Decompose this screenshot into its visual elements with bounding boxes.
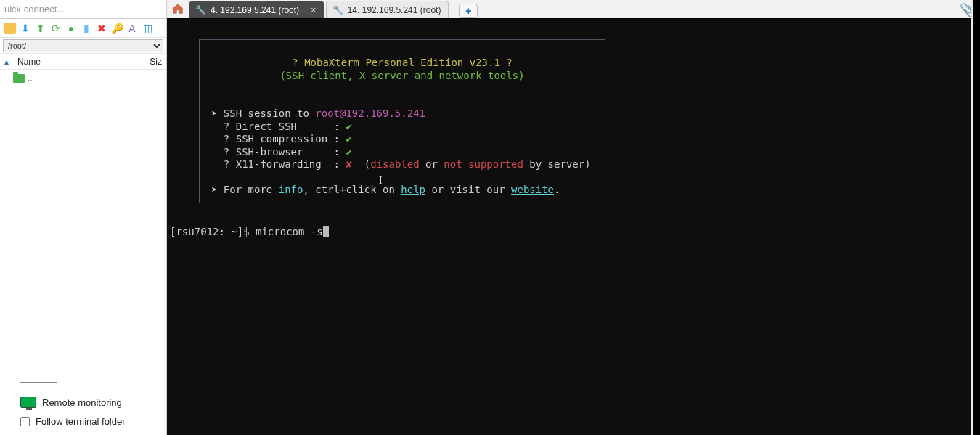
x11-disabled: disabled [370,158,419,170]
parent-dir-label: .. [28,73,33,84]
remote-monitoring-row[interactable]: Remote monitoring [7,393,159,412]
home-tab[interactable] [167,0,189,18]
session-prefix: SSH session to [224,107,315,119]
follow-terminal-label: Follow terminal folder [36,416,126,427]
tab-active[interactable]: 🔧 4. 192.169.5.241 (root) × [189,1,324,18]
sftp-toolbar: ⬇ ⬆ ⟳ ● ▮ ✖ 🔑 A ▥ [0,19,166,38]
folder-icon[interactable] [4,23,16,34]
delete-icon[interactable]: ✖ [96,23,107,34]
terminal[interactable]: ? MobaXterm Personal Edition v23.1 ? (SS… [167,19,980,435]
follow-terminal-row[interactable]: Follow terminal folder [7,412,159,431]
upload-icon[interactable]: ⬆ [35,23,46,34]
divider [20,382,57,383]
file-list-header: ▴ Name Siz [0,54,166,70]
sidebar-footer: Remote monitoring Follow terminal folder [0,376,166,435]
text-icon[interactable]: A [126,23,138,34]
x11-notsup: not supported [444,158,523,170]
ssh-browser-row: ? SSH-browser : [224,146,346,158]
ssh-compression-row: ? SSH compression : [224,133,346,145]
download-icon[interactable]: ⬇ [20,23,31,34]
sort-arrow-icon[interactable]: ▴ [4,57,17,67]
home-icon [171,2,184,15]
right-edge [971,0,980,435]
help-link[interactable]: help [401,184,425,195]
session-target: root@192.169.5.241 [315,107,425,119]
folder-up-icon [13,74,25,83]
checkbox-icon[interactable] [20,417,30,426]
parent-dir-row[interactable]: .. [4,71,162,86]
prompt-command: microcom -s [256,226,323,237]
monitor-icon [20,397,36,408]
sftp-sidebar: uick connect... ⬇ ⬆ ⟳ ● ▮ ✖ 🔑 A ▥ /root/… [0,0,167,435]
key-icon[interactable]: 🔑 [111,23,123,34]
main-area: 🔧 4. 192.169.5.241 (root) × 🔧 14. 192.16… [167,0,980,435]
banner-subtitle: (SSH client, X server and network tools) [279,70,524,81]
new-folder-icon[interactable]: ● [65,23,77,34]
tab-inactive[interactable]: 🔧 14. 192.169.5.241 (root) [326,1,449,18]
terminal-icon: 🔧 [332,5,343,15]
website-link[interactable]: website [511,184,554,195]
close-icon[interactable]: × [311,4,317,15]
cursor [323,226,329,237]
column-name[interactable]: Name [17,57,140,67]
new-tab-button[interactable]: + [459,4,478,18]
x11-row: ? X11-forwarding : [224,158,346,170]
refresh-icon[interactable]: ⟳ [50,23,62,34]
direct-ssh-row: ? Direct SSH : [224,121,346,132]
file-list[interactable]: .. [0,70,166,376]
tab-bar: 🔧 4. 192.169.5.241 (root) × 🔧 14. 192.16… [167,0,980,19]
new-file-icon[interactable]: ▮ [81,23,92,34]
info-word: info [279,184,303,195]
terminal-icon: 🔧 [195,5,206,15]
welcome-banner: ? MobaXterm Personal Edition v23.1 ? (SS… [199,39,605,203]
banner-title: ? MobaXterm Personal Edition v23.1 ? [292,57,512,68]
list-icon[interactable]: ▥ [142,23,153,34]
text-cursor-ibeam: I [379,174,380,186]
tab-label: 4. 192.169.5.241 (root) [211,5,299,15]
remote-monitoring-label: Remote monitoring [42,397,122,408]
prompt-ps1: [rsu7012: ~]$ [170,226,256,237]
tab-label: 14. 192.169.5.241 (root) [348,5,441,15]
path-select[interactable]: /root/ [3,39,163,52]
quick-connect-input[interactable]: uick connect... [0,0,166,19]
column-size[interactable]: Siz [140,57,162,67]
